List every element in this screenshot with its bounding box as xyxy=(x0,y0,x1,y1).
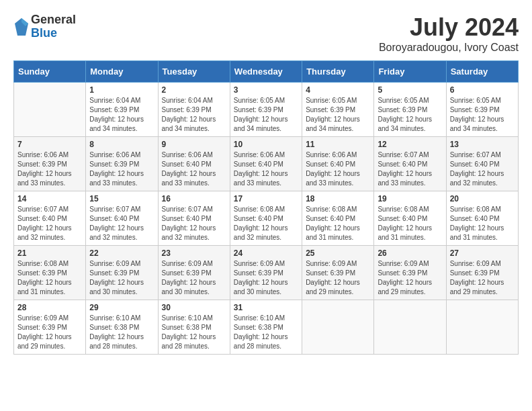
calendar-cell: 8 Sunrise: 6:06 AMSunset: 6:39 PMDayligh… xyxy=(86,137,158,191)
calendar-cell: 5 Sunrise: 6:05 AMSunset: 6:39 PMDayligh… xyxy=(374,83,446,137)
day-number: 8 xyxy=(89,140,154,149)
day-number: 19 xyxy=(378,194,442,203)
calendar-cell: 31 Sunrise: 6:10 AMSunset: 6:38 PMDaylig… xyxy=(230,300,302,355)
day-info: Sunrise: 6:04 AMSunset: 6:39 PMDaylight:… xyxy=(162,96,226,134)
day-number: 6 xyxy=(450,85,515,95)
day-info: Sunrise: 6:09 AMSunset: 6:39 PMDaylight:… xyxy=(234,259,298,297)
day-info: Sunrise: 6:07 AMSunset: 6:40 PMDaylight:… xyxy=(450,150,515,188)
day-info: Sunrise: 6:07 AMSunset: 6:40 PMDaylight:… xyxy=(378,150,442,188)
calendar-cell: 12 Sunrise: 6:07 AMSunset: 6:40 PMDaylig… xyxy=(374,137,446,191)
day-number: 31 xyxy=(234,303,298,312)
day-info: Sunrise: 6:09 AMSunset: 6:39 PMDaylight:… xyxy=(450,259,515,297)
day-info: Sunrise: 6:05 AMSunset: 6:39 PMDaylight:… xyxy=(378,96,442,134)
calendar-cell xyxy=(14,83,86,137)
day-number: 26 xyxy=(378,248,442,258)
day-number: 13 xyxy=(450,140,515,149)
day-info: Sunrise: 6:06 AMSunset: 6:40 PMDaylight:… xyxy=(306,150,370,188)
day-info: Sunrise: 6:05 AMSunset: 6:39 PMDaylight:… xyxy=(234,96,298,134)
day-header-friday: Friday xyxy=(374,61,446,83)
day-info: Sunrise: 6:07 AMSunset: 6:40 PMDaylight:… xyxy=(89,205,154,242)
day-number: 29 xyxy=(89,303,154,312)
day-number: 4 xyxy=(306,85,370,95)
day-header-thursday: Thursday xyxy=(302,61,374,83)
day-info: Sunrise: 6:08 AMSunset: 6:40 PMDaylight:… xyxy=(234,205,298,242)
day-header-tuesday: Tuesday xyxy=(158,61,230,83)
day-info: Sunrise: 6:07 AMSunset: 6:40 PMDaylight:… xyxy=(17,205,82,242)
calendar-cell: 18 Sunrise: 6:08 AMSunset: 6:40 PMDaylig… xyxy=(302,191,374,246)
day-info: Sunrise: 6:08 AMSunset: 6:40 PMDaylight:… xyxy=(306,205,370,242)
day-info: Sunrise: 6:09 AMSunset: 6:39 PMDaylight:… xyxy=(306,259,370,297)
day-header-monday: Monday xyxy=(86,61,158,83)
calendar-cell: 2 Sunrise: 6:04 AMSunset: 6:39 PMDayligh… xyxy=(158,83,230,137)
day-number: 9 xyxy=(162,140,226,149)
day-number: 17 xyxy=(234,194,298,203)
day-info: Sunrise: 6:10 AMSunset: 6:38 PMDaylight:… xyxy=(234,314,298,351)
calendar-cell: 28 Sunrise: 6:09 AMSunset: 6:39 PMDaylig… xyxy=(14,300,86,355)
calendar-cell xyxy=(446,300,518,355)
day-number: 21 xyxy=(17,248,82,258)
calendar-cell: 30 Sunrise: 6:10 AMSunset: 6:38 PMDaylig… xyxy=(158,300,230,355)
calendar-cell: 16 Sunrise: 6:07 AMSunset: 6:40 PMDaylig… xyxy=(158,191,230,246)
day-number: 11 xyxy=(306,140,370,149)
day-info: Sunrise: 6:05 AMSunset: 6:39 PMDaylight:… xyxy=(306,96,370,134)
calendar-cell: 17 Sunrise: 6:08 AMSunset: 6:40 PMDaylig… xyxy=(230,191,302,246)
day-number: 2 xyxy=(162,85,226,95)
calendar-cell: 29 Sunrise: 6:10 AMSunset: 6:38 PMDaylig… xyxy=(86,300,158,355)
day-info: Sunrise: 6:07 AMSunset: 6:40 PMDaylight:… xyxy=(162,205,226,242)
day-info: Sunrise: 6:08 AMSunset: 6:39 PMDaylight:… xyxy=(17,259,82,297)
calendar-cell: 25 Sunrise: 6:09 AMSunset: 6:39 PMDaylig… xyxy=(302,246,374,300)
day-header-wednesday: Wednesday xyxy=(230,61,302,83)
day-info: Sunrise: 6:06 AMSunset: 6:40 PMDaylight:… xyxy=(162,150,226,188)
calendar-cell: 11 Sunrise: 6:06 AMSunset: 6:40 PMDaylig… xyxy=(302,137,374,191)
header: General Blue July 2024 Boroyaradougou, I… xyxy=(13,13,519,54)
logo-icon xyxy=(13,17,30,37)
logo-blue: Blue xyxy=(31,27,76,40)
day-info: Sunrise: 6:09 AMSunset: 6:39 PMDaylight:… xyxy=(162,259,226,297)
calendar-cell: 1 Sunrise: 6:04 AMSunset: 6:39 PMDayligh… xyxy=(86,83,158,137)
week-row-5: 28 Sunrise: 6:09 AMSunset: 6:39 PMDaylig… xyxy=(14,300,519,355)
day-number: 18 xyxy=(306,194,370,203)
day-info: Sunrise: 6:08 AMSunset: 6:40 PMDaylight:… xyxy=(450,205,515,242)
day-info: Sunrise: 6:08 AMSunset: 6:40 PMDaylight:… xyxy=(378,205,442,242)
calendar-cell: 10 Sunrise: 6:06 AMSunset: 6:40 PMDaylig… xyxy=(230,137,302,191)
day-number: 30 xyxy=(162,303,226,312)
day-number: 16 xyxy=(162,194,226,203)
calendar-cell: 6 Sunrise: 6:05 AMSunset: 6:39 PMDayligh… xyxy=(446,83,518,137)
day-number: 24 xyxy=(234,248,298,258)
location: Boroyaradougou, Ivory Coast xyxy=(379,42,519,54)
day-header-sunday: Sunday xyxy=(14,61,86,83)
calendar-header-row: SundayMondayTuesdayWednesdayThursdayFrid… xyxy=(14,61,519,83)
day-info: Sunrise: 6:06 AMSunset: 6:39 PMDaylight:… xyxy=(89,150,154,188)
calendar-cell xyxy=(374,300,446,355)
day-info: Sunrise: 6:09 AMSunset: 6:39 PMDaylight:… xyxy=(89,259,154,297)
logo: General Blue xyxy=(13,13,76,40)
calendar-cell: 20 Sunrise: 6:08 AMSunset: 6:40 PMDaylig… xyxy=(446,191,518,246)
day-number: 1 xyxy=(89,85,154,95)
day-number: 27 xyxy=(450,248,515,258)
calendar-cell: 7 Sunrise: 6:06 AMSunset: 6:39 PMDayligh… xyxy=(14,137,86,191)
day-number: 14 xyxy=(17,194,82,203)
calendar-cell: 21 Sunrise: 6:08 AMSunset: 6:39 PMDaylig… xyxy=(14,246,86,300)
title-section: July 2024 Boroyaradougou, Ivory Coast xyxy=(379,13,519,54)
day-number: 15 xyxy=(89,194,154,203)
logo-general: General xyxy=(31,13,76,27)
day-info: Sunrise: 6:06 AMSunset: 6:40 PMDaylight:… xyxy=(234,150,298,188)
calendar-cell: 4 Sunrise: 6:05 AMSunset: 6:39 PMDayligh… xyxy=(302,83,374,137)
calendar-cell: 13 Sunrise: 6:07 AMSunset: 6:40 PMDaylig… xyxy=(446,137,518,191)
calendar-cell: 9 Sunrise: 6:06 AMSunset: 6:40 PMDayligh… xyxy=(158,137,230,191)
calendar-cell: 15 Sunrise: 6:07 AMSunset: 6:40 PMDaylig… xyxy=(86,191,158,246)
day-info: Sunrise: 6:10 AMSunset: 6:38 PMDaylight:… xyxy=(89,314,154,351)
day-number: 23 xyxy=(162,248,226,258)
calendar-cell: 19 Sunrise: 6:08 AMSunset: 6:40 PMDaylig… xyxy=(374,191,446,246)
day-info: Sunrise: 6:06 AMSunset: 6:39 PMDaylight:… xyxy=(17,150,82,188)
calendar-cell: 14 Sunrise: 6:07 AMSunset: 6:40 PMDaylig… xyxy=(14,191,86,246)
day-info: Sunrise: 6:09 AMSunset: 6:39 PMDaylight:… xyxy=(17,314,82,351)
day-info: Sunrise: 6:10 AMSunset: 6:38 PMDaylight:… xyxy=(162,314,226,351)
logo-text: General Blue xyxy=(31,13,76,40)
day-number: 10 xyxy=(234,140,298,149)
calendar-cell: 26 Sunrise: 6:09 AMSunset: 6:39 PMDaylig… xyxy=(374,246,446,300)
day-info: Sunrise: 6:09 AMSunset: 6:39 PMDaylight:… xyxy=(378,259,442,297)
calendar-cell: 24 Sunrise: 6:09 AMSunset: 6:39 PMDaylig… xyxy=(230,246,302,300)
day-number: 12 xyxy=(378,140,442,149)
calendar-cell: 27 Sunrise: 6:09 AMSunset: 6:39 PMDaylig… xyxy=(446,246,518,300)
